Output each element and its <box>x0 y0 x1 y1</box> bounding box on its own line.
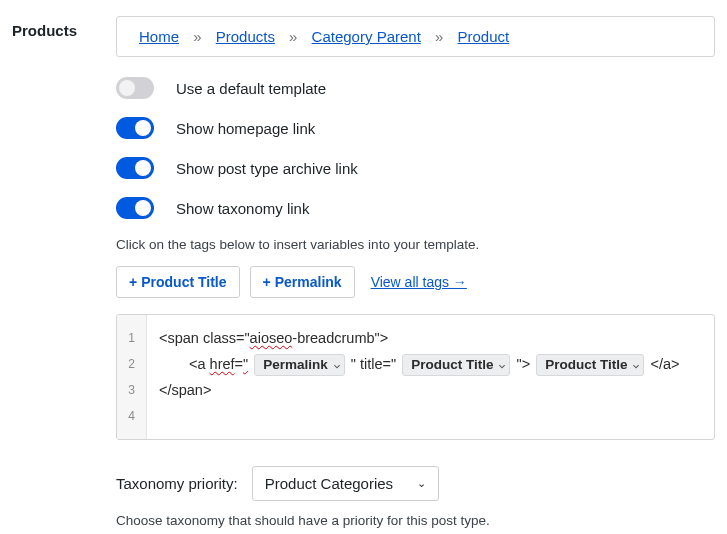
view-all-tags-link[interactable]: View all tags → <box>371 274 467 290</box>
plus-icon: + <box>263 274 271 290</box>
toggle-label: Show taxonomy link <box>176 200 309 217</box>
section-title: Products <box>12 22 116 39</box>
chevron-down-icon: ⌄ <box>417 477 426 490</box>
tag-button-label: Permalink <box>275 274 342 290</box>
chevron-down-icon: ⌵ <box>499 355 505 375</box>
taxonomy-priority-label: Taxonomy priority: <box>116 475 238 492</box>
breadcrumb-link-product[interactable]: Product <box>458 28 510 45</box>
taxonomy-priority-select[interactable]: Product Categories ⌄ <box>252 466 439 501</box>
select-value: Product Categories <box>265 475 393 492</box>
tag-button-label: Product Title <box>141 274 226 290</box>
variable-chip-product-title[interactable]: Product Title⌵ <box>402 354 510 376</box>
breadcrumb-link-products[interactable]: Products <box>216 28 275 45</box>
toggle-taxonomy-link[interactable] <box>116 197 154 219</box>
tag-button-permalink[interactable]: + Permalink <box>250 266 355 298</box>
breadcrumb-separator: » <box>289 28 297 45</box>
toggle-label: Show homepage link <box>176 120 315 137</box>
breadcrumb-separator: » <box>193 28 201 45</box>
chevron-down-icon: ⌵ <box>334 355 340 375</box>
toggle-archive-link[interactable] <box>116 157 154 179</box>
chevron-down-icon: ⌵ <box>633 355 639 375</box>
toggle-label: Show post type archive link <box>176 160 358 177</box>
line-gutter: 1234 <box>117 315 147 439</box>
toggle-homepage-link[interactable] <box>116 117 154 139</box>
breadcrumb-preview: Home » Products » Category Parent » Prod… <box>116 16 715 57</box>
breadcrumb-link-home[interactable]: Home <box>139 28 179 45</box>
insert-variables-hint: Click on the tags below to insert variab… <box>116 237 715 252</box>
breadcrumb-separator: » <box>435 28 443 45</box>
taxonomy-priority-help: Choose taxonomy that should have a prior… <box>116 513 715 528</box>
variable-chip-product-title[interactable]: Product Title⌵ <box>536 354 644 376</box>
template-code[interactable]: <span class="aioseo-breadcrumb"> <a href… <box>147 315 714 439</box>
toggle-label: Use a default template <box>176 80 326 97</box>
breadcrumb-link-category-parent[interactable]: Category Parent <box>312 28 421 45</box>
template-editor[interactable]: 1234 <span class="aioseo-breadcrumb"> <a… <box>116 314 715 440</box>
toggle-default-template[interactable] <box>116 77 154 99</box>
tag-button-product-title[interactable]: + Product Title <box>116 266 240 298</box>
variable-chip-permalink[interactable]: Permalink⌵ <box>254 354 345 376</box>
plus-icon: + <box>129 274 137 290</box>
